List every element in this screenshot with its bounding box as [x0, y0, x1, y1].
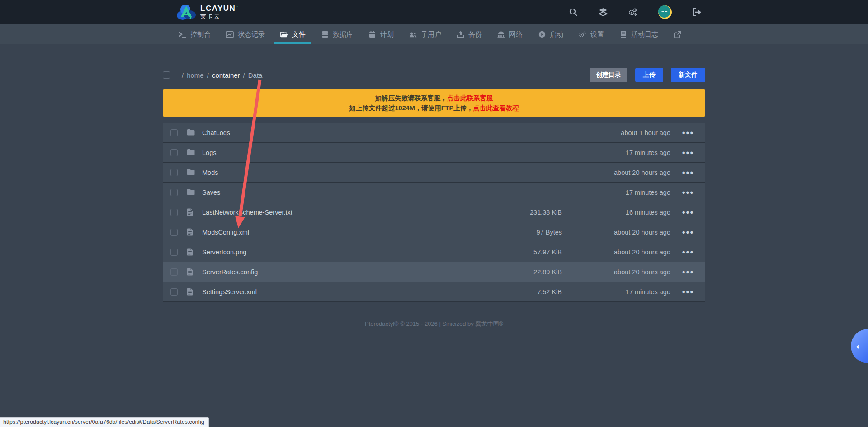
new-file-button[interactable]: 新文件	[671, 68, 705, 82]
file-name[interactable]: Saves	[202, 189, 467, 196]
nav-item-subusers[interactable]: 子用户	[401, 24, 449, 44]
row-menu-button[interactable]: ●●●	[670, 229, 705, 235]
row-checkbox[interactable]	[170, 288, 178, 296]
row-menu-button[interactable]: ●●●	[670, 209, 705, 216]
banner-line-1: 如解压失败请联系客服，点击此联系客服	[167, 93, 701, 103]
nav-item-console[interactable]: 控制台	[171, 24, 218, 44]
upload-icon	[457, 31, 464, 38]
file-icon	[187, 288, 195, 296]
file-modified: 17 minutes ago	[562, 149, 670, 156]
notice-banner: 如解压失败请联系客服，点击此联系客服 如上传文件超过1024M，请使用FTP上传…	[163, 89, 705, 117]
cogs-icon	[579, 31, 586, 38]
folder-icon	[187, 129, 195, 137]
support-widget-button[interactable]: ‹	[851, 329, 868, 363]
file-row[interactable]: SettingsServer.xml 7.52 KiB 17 minutes a…	[163, 282, 705, 302]
file-row[interactable]: Mods about 20 hours ago ●●●	[163, 163, 705, 183]
file-name[interactable]: ChatLogs	[202, 129, 467, 136]
nav-item-status[interactable]: 状态记录	[218, 24, 273, 44]
file-row[interactable]: ChatLogs about 1 hour ago ●●●	[163, 123, 705, 143]
logo-subtitle: 莱卡云	[200, 14, 239, 19]
row-checkbox[interactable]	[170, 169, 178, 176]
row-menu-button[interactable]: ●●●	[670, 169, 705, 176]
folder-icon	[187, 149, 195, 157]
file-icon	[187, 208, 195, 216]
nav-item-startup[interactable]: 启动	[530, 24, 571, 44]
play-circle-icon	[538, 31, 546, 38]
row-menu-button[interactable]: ●●●	[670, 249, 705, 255]
journal-icon	[619, 31, 627, 38]
external-link-icon	[674, 31, 681, 38]
nav-item-databases[interactable]: 数据库	[313, 24, 361, 44]
file-modified: about 20 hours ago	[562, 169, 670, 176]
upload-button[interactable]: 上传	[635, 68, 663, 82]
file-row[interactable]: ModsConfig.xml 97 Bytes about 20 hours a…	[163, 222, 705, 242]
nav-item-files[interactable]: 文件	[273, 24, 313, 44]
nav-item-backups[interactable]: 备份	[449, 24, 490, 44]
folder-icon	[187, 169, 195, 177]
select-all-checkbox[interactable]	[163, 71, 170, 79]
row-checkbox[interactable]	[170, 189, 178, 196]
row-menu-button[interactable]: ●●●	[670, 288, 705, 295]
row-menu-button[interactable]: ●●●	[670, 129, 705, 136]
layers-icon[interactable]	[599, 8, 608, 17]
cloud-logo-icon	[176, 3, 197, 20]
search-icon[interactable]	[569, 8, 578, 17]
file-modified: about 20 hours ago	[562, 229, 670, 236]
file-name[interactable]: ServerIcon.png	[202, 249, 467, 256]
chart-line-icon	[226, 31, 234, 38]
breadcrumb-current: Data	[248, 71, 263, 79]
file-row[interactable]: ServerIcon.png 57.97 KiB about 20 hours …	[163, 242, 705, 262]
nav-item-schedules[interactable]: 计划	[361, 24, 401, 44]
logo-title: LCAYUN∙∙	[200, 5, 239, 12]
calendar-icon	[368, 31, 376, 38]
row-checkbox[interactable]	[170, 229, 178, 236]
row-checkbox[interactable]	[170, 209, 178, 216]
user-avatar[interactable]	[658, 5, 672, 19]
file-name[interactable]: ServerRates.config	[202, 268, 467, 276]
row-checkbox[interactable]	[170, 268, 178, 276]
file-size: 57.97 KiB	[467, 249, 562, 256]
file-icon	[187, 228, 195, 236]
row-menu-button[interactable]: ●●●	[670, 189, 705, 196]
breadcrumb-home[interactable]: home	[187, 71, 204, 79]
ftp-tutorial-link[interactable]: 点击此查看教程	[473, 104, 519, 112]
create-directory-button[interactable]: 创建目录	[590, 68, 627, 82]
file-list: ChatLogs about 1 hour ago ●●● Logs 17 mi…	[163, 123, 705, 302]
footer-copyright: Pterodactyl® © 2015 - 2026 | Sinicized b…	[163, 320, 705, 328]
server-nav: 控制台 状态记录 文件 数据库 计划 子用户 备份 网络 启动 设置 活动日志	[0, 24, 868, 44]
nav-item-settings[interactable]: 设置	[571, 24, 612, 44]
file-row-highlighted[interactable]: ServerRates.config 22.89 KiB about 20 ho…	[163, 262, 705, 282]
browser-link-preview: https://pterodactyl.lcayun.cn/server/0af…	[0, 417, 209, 427]
file-modified: about 20 hours ago	[562, 268, 670, 276]
file-row[interactable]: LastNetworkScheme-Server.txt 231.38 KiB …	[163, 202, 705, 222]
file-name[interactable]: ModsConfig.xml	[202, 229, 467, 236]
terminal-icon	[179, 31, 186, 38]
row-checkbox[interactable]	[170, 249, 178, 256]
row-checkbox[interactable]	[170, 149, 178, 156]
row-checkbox[interactable]	[170, 129, 178, 136]
file-name[interactable]: Logs	[202, 149, 467, 156]
breadcrumb-row: / home / container / Data 创建目录 上传 新文件	[163, 68, 705, 82]
file-modified: 16 minutes ago	[562, 209, 670, 216]
row-menu-button[interactable]: ●●●	[670, 268, 705, 275]
file-modified: about 20 hours ago	[562, 249, 670, 256]
contact-support-link[interactable]: 点击此联系客服	[447, 94, 493, 102]
cogs-icon[interactable]	[628, 8, 637, 17]
file-name[interactable]: Mods	[202, 169, 467, 176]
nav-item-network[interactable]: 网络	[490, 24, 530, 44]
row-menu-button[interactable]: ●●●	[670, 149, 705, 156]
file-row[interactable]: Logs 17 minutes ago ●●●	[163, 143, 705, 163]
nav-item-external-link[interactable]	[666, 24, 689, 44]
folder-open-icon	[280, 31, 288, 38]
sign-out-icon[interactable]	[693, 8, 702, 17]
logo-dots: ∙∙	[236, 5, 239, 9]
brand-logo[interactable]: LCAYUN∙∙ 莱卡云	[176, 3, 239, 20]
file-modified: about 1 hour ago	[562, 129, 670, 136]
database-icon	[321, 31, 329, 38]
file-row[interactable]: Saves 17 minutes ago ●●●	[163, 183, 705, 202]
breadcrumb-container[interactable]: container	[212, 71, 240, 79]
nav-item-activity[interactable]: 活动日志	[612, 24, 666, 44]
file-name[interactable]: LastNetworkScheme-Server.txt	[202, 209, 467, 216]
file-name[interactable]: SettingsServer.xml	[202, 288, 467, 296]
file-manager-page: / home / container / Data 创建目录 上传 新文件 如解…	[163, 68, 705, 328]
